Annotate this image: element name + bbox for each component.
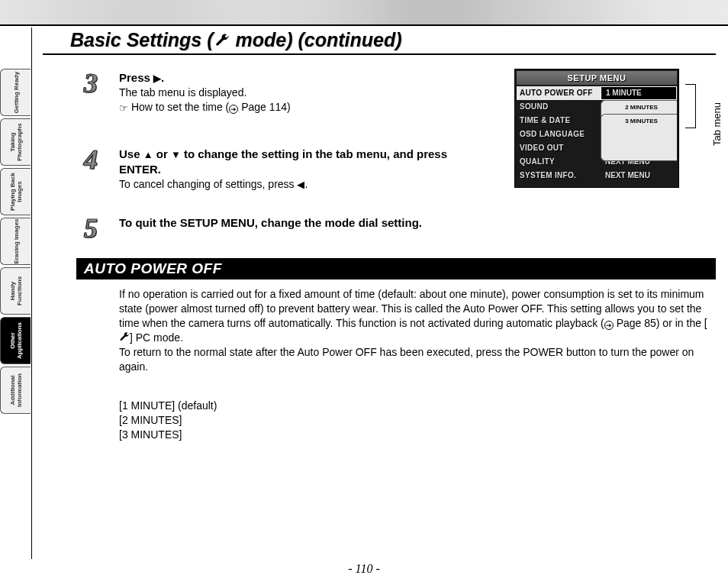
pointing-hand-icon: ☞: [119, 101, 128, 115]
lcd-value: 3 MINUTES: [601, 114, 677, 161]
tab-menu-bracket: [685, 84, 696, 128]
tab-erasing-images[interactable]: Erasing Images: [0, 218, 31, 265]
wrench-icon: [214, 31, 230, 47]
section-header-auto-power-off: AUTO POWER OFF: [76, 258, 716, 279]
option-1-minute: [1 MINUTE] (default): [119, 399, 217, 413]
lcd-value: 1 MINUTE: [601, 86, 677, 100]
lcd-item: SYSTEM INFO.: [517, 169, 601, 183]
tab-menu-label: Tab menu: [711, 102, 723, 146]
step-number-3: 3: [84, 67, 98, 99]
margin-rule: [31, 27, 32, 559]
title-rule: [43, 53, 716, 55]
lcd-item: AUTO POWER OFF: [517, 86, 601, 100]
tab-additional-information[interactable]: Additional Information: [0, 367, 31, 414]
lcd-item: VIDEO OUT: [517, 141, 601, 155]
step-5-text: To quit the SETUP MENU, change the mode …: [119, 215, 653, 231]
auto-power-off-body: If no operation is carried out for a fix…: [119, 287, 708, 374]
lcd-item: SOUND: [517, 100, 601, 114]
page-title: Basic Settings ( mode) (continued): [70, 29, 402, 51]
up-triangle-icon: ▲: [143, 149, 153, 160]
option-3-minutes: [3 MINUTES]: [119, 428, 217, 442]
tab-getting-ready[interactable]: Getting Ready: [0, 69, 31, 116]
tab-handy-functions[interactable]: Handy Functions: [0, 267, 31, 315]
lcd-item: QUALITY: [517, 155, 601, 169]
auto-power-off-options: [1 MINUTE] (default) [2 MINUTES] [3 MINU…: [119, 399, 217, 442]
circle-arrow-icon: ➔: [229, 105, 238, 114]
page-number: - 110 -: [0, 562, 728, 576]
step-3-text: Press ▶. The tab menu is displayed. ☞ Ho…: [119, 70, 485, 115]
side-tabs: Getting Ready Taking Photographs Playing…: [0, 69, 31, 416]
setup-menu-screenshot: SETUP MENU AUTO POWER OFF1 MINUTE SOUND2…: [514, 69, 679, 188]
wrench-icon: [119, 332, 130, 341]
right-triangle-icon: ▶: [153, 73, 161, 84]
option-2-minutes: [2 MINUTES]: [119, 413, 217, 428]
tab-other-applications[interactable]: Other Applications: [0, 317, 31, 364]
lcd-title: SETUP MENU: [517, 71, 677, 85]
circle-arrow-icon: ➔: [604, 321, 614, 330]
step-4-text: Use ▲ or ▼ to change the setting in the …: [119, 147, 485, 192]
step-number-5: 5: [84, 212, 98, 244]
header-texture: [0, 0, 728, 26]
lcd-value: NEXT MENU: [601, 169, 677, 183]
left-triangle-icon: ◀: [297, 179, 304, 190]
lcd-item: TIME & DATE: [517, 114, 601, 128]
content: 3 Press ▶. The tab menu is displayed. ☞ …: [43, 61, 716, 553]
step-number-4: 4: [84, 144, 98, 176]
lcd-item: OSD LANGUAGE: [517, 128, 601, 141]
tab-playing-back-images[interactable]: Playing Back Images: [0, 168, 31, 215]
tab-taking-photographs[interactable]: Taking Photographs: [0, 118, 31, 166]
down-triangle-icon: ▼: [171, 149, 181, 160]
